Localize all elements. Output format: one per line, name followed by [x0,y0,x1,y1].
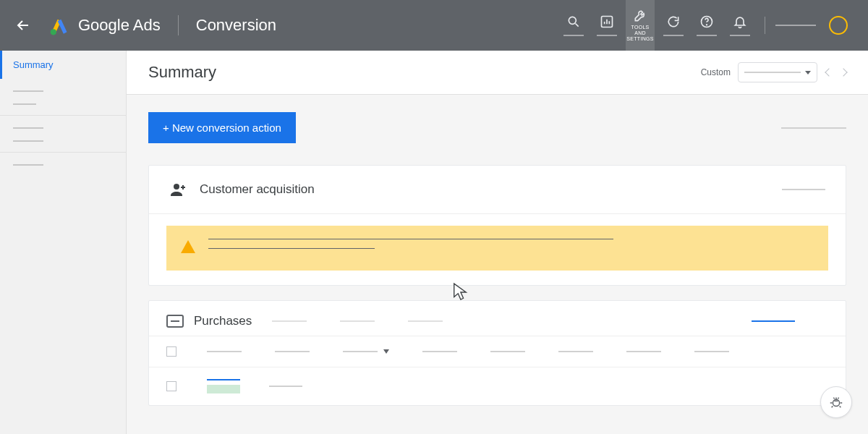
date-next-icon[interactable] [839,68,847,76]
notifications-icon[interactable] [726,9,754,41]
table-header-row [149,336,846,367]
tools-settings-icon[interactable]: TOOLS AND SETTINGS [626,0,655,51]
sidebar: Summary [0,51,127,434]
date-range-label: Custom [701,67,731,77]
svg-point-1 [569,17,576,24]
sidebar-divider [0,152,126,153]
column-header-placeholder[interactable] [626,351,661,352]
brand-name: Google Ads [78,16,161,35]
column-header-placeholder[interactable] [558,351,593,352]
sidebar-divider [0,115,126,116]
sort-desc-icon[interactable] [383,349,389,354]
chevron-down-icon [805,71,811,75]
date-range-select[interactable] [738,62,817,82]
placeholder-line [340,320,375,322]
page-section-label: Conversion [196,16,276,35]
warning-text-placeholder [208,248,375,249]
warning-banner [166,226,828,271]
select-all-checkbox[interactable] [166,346,176,357]
placeholder-line [408,320,443,322]
row-checkbox[interactable] [166,381,176,391]
table-row[interactable] [149,367,846,405]
page-title: Summary [148,63,701,82]
cell-placeholder [269,386,302,387]
search-icon[interactable] [559,9,588,41]
section-title: Purchases [194,314,252,328]
account-avatar[interactable] [829,16,848,35]
placeholder-line [782,189,825,190]
cell-link-placeholder[interactable] [207,379,240,380]
warning-text-placeholder [208,239,613,239]
sidebar-item-summary[interactable]: Summary [0,51,126,79]
sidebar-item-placeholder[interactable] [13,140,43,142]
google-ads-logo-icon [49,15,69,35]
svg-point-0 [51,29,56,35]
title-bar: Summary Custom [127,51,868,95]
header-divider [178,15,179,35]
svg-point-5 [174,184,179,190]
date-prev-icon[interactable] [825,68,833,76]
new-conversion-action-button[interactable]: + New conversion action [148,112,296,143]
back-arrow-icon[interactable] [14,17,32,34]
column-header-placeholder[interactable] [343,351,378,352]
column-header-placeholder[interactable] [490,351,525,352]
warning-icon [181,240,195,253]
placeholder-line [781,127,846,129]
main-content: Summary Custom + New conversion action [127,51,868,434]
column-header-placeholder[interactable] [422,351,457,352]
refresh-icon[interactable] [659,9,688,41]
sidebar-item-placeholder[interactable] [13,90,43,92]
section-title: Customer acquisition [200,182,315,197]
svg-point-4 [707,25,707,25]
sidebar-item-placeholder[interactable] [13,103,36,105]
column-header-placeholder[interactable] [275,351,310,352]
placeholder-link[interactable] [752,320,795,322]
header-actions: TOOLS AND SETTINGS [559,0,854,51]
account-name-placeholder [775,25,816,26]
placeholder-line [272,320,307,322]
header-separator [765,17,765,34]
sidebar-item-placeholder[interactable] [13,164,43,166]
cell-badge-placeholder [207,385,240,393]
help-icon[interactable] [692,9,721,41]
column-header-placeholder[interactable] [694,351,729,352]
purchases-card: Purchases [148,300,846,406]
customer-acquisition-card: Customer acquisition [148,165,846,286]
user-plus-icon [169,180,188,199]
column-header-placeholder[interactable] [207,351,242,352]
sidebar-item-placeholder[interactable] [13,127,43,129]
reports-icon[interactable] [592,9,621,41]
credit-card-icon [166,315,184,328]
feedback-bug-button[interactable] [820,386,852,418]
app-header: Google Ads Conversion TOOLS AND SETTINGS [0,0,868,51]
